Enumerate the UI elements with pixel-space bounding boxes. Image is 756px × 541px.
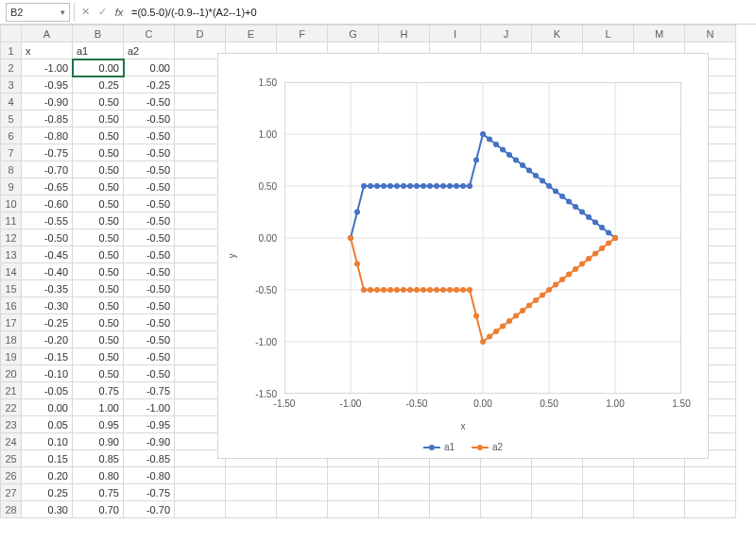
col-header-J[interactable]: J <box>481 25 532 42</box>
cell[interactable] <box>277 484 328 501</box>
cell[interactable]: -1.00 <box>124 399 175 416</box>
cell[interactable]: 0.50 <box>73 263 124 280</box>
cell[interactable]: 0.50 <box>73 229 124 246</box>
cell[interactable]: 0.50 <box>73 178 124 195</box>
cell[interactable]: 0.50 <box>73 348 124 365</box>
cancel-icon[interactable]: ✕ <box>78 6 92 18</box>
cell[interactable] <box>481 484 532 501</box>
cell[interactable]: 0.50 <box>73 161 124 178</box>
cell[interactable]: -0.10 <box>22 365 73 382</box>
row-header[interactable]: 22 <box>1 399 22 416</box>
row-header[interactable]: 28 <box>1 501 22 518</box>
cell[interactable] <box>583 501 634 518</box>
cell[interactable]: -0.50 <box>124 348 175 365</box>
row-header[interactable]: 9 <box>1 178 22 195</box>
col-header-D[interactable]: D <box>175 25 226 42</box>
cell[interactable]: x <box>22 42 73 59</box>
col-header-F[interactable]: F <box>277 25 328 42</box>
row-header[interactable]: 3 <box>1 76 22 93</box>
cell[interactable] <box>634 501 685 518</box>
cell[interactable] <box>328 467 379 484</box>
cell[interactable]: -0.50 <box>124 110 175 127</box>
cell[interactable]: 0.50 <box>73 280 124 297</box>
cell[interactable]: -0.50 <box>124 246 175 263</box>
cell[interactable]: -0.75 <box>22 144 73 161</box>
cell[interactable]: a2 <box>124 42 175 59</box>
cell[interactable]: -0.70 <box>22 161 73 178</box>
cell[interactable]: 0.00 <box>73 59 124 76</box>
cell[interactable] <box>430 484 481 501</box>
cell[interactable]: 0.50 <box>73 365 124 382</box>
cell[interactable]: -0.15 <box>22 348 73 365</box>
cell[interactable] <box>175 484 226 501</box>
row-header[interactable]: 10 <box>1 195 22 212</box>
cell[interactable]: -0.90 <box>124 433 175 450</box>
row-header[interactable]: 12 <box>1 229 22 246</box>
cell[interactable]: 1.00 <box>73 399 124 416</box>
cell[interactable]: 0.20 <box>22 467 73 484</box>
cell[interactable]: -0.50 <box>124 161 175 178</box>
cell[interactable]: 0.90 <box>73 433 124 450</box>
row-header[interactable]: 6 <box>1 127 22 144</box>
cell[interactable] <box>634 467 685 484</box>
cell[interactable]: -0.80 <box>124 467 175 484</box>
cell[interactable] <box>328 501 379 518</box>
cell[interactable]: 0.00 <box>124 59 175 76</box>
cell[interactable]: -0.80 <box>22 127 73 144</box>
cell[interactable]: -0.50 <box>124 297 175 314</box>
cell[interactable]: -0.50 <box>124 195 175 212</box>
row-header[interactable]: 13 <box>1 246 22 263</box>
cell[interactable]: 0.50 <box>73 110 124 127</box>
row-header[interactable]: 14 <box>1 263 22 280</box>
col-header-H[interactable]: H <box>379 25 430 42</box>
cell[interactable]: 0.50 <box>73 144 124 161</box>
cell[interactable]: -0.05 <box>22 382 73 399</box>
cell[interactable]: -0.30 <box>22 297 73 314</box>
cell[interactable]: 0.50 <box>73 331 124 348</box>
row-header[interactable]: 20 <box>1 365 22 382</box>
row-header[interactable]: 1 <box>1 42 22 59</box>
col-header-B[interactable]: B <box>73 25 124 42</box>
col-header-G[interactable]: G <box>328 25 379 42</box>
cell[interactable]: -0.45 <box>22 246 73 263</box>
row-header[interactable]: 7 <box>1 144 22 161</box>
cell[interactable]: -0.50 <box>124 263 175 280</box>
cell[interactable] <box>175 501 226 518</box>
cell[interactable]: -0.85 <box>124 450 175 467</box>
cell[interactable] <box>532 484 583 501</box>
legend-item[interactable]: a1 <box>423 442 455 452</box>
cell[interactable]: -0.75 <box>124 382 175 399</box>
cell[interactable]: 0.25 <box>22 484 73 501</box>
cell[interactable]: -0.50 <box>124 331 175 348</box>
cell[interactable]: 0.00 <box>22 399 73 416</box>
cell[interactable]: 0.25 <box>73 76 124 93</box>
cell[interactable] <box>583 467 634 484</box>
cell[interactable]: 0.50 <box>73 93 124 110</box>
cell[interactable]: -0.90 <box>22 93 73 110</box>
row-header[interactable]: 5 <box>1 110 22 127</box>
cell[interactable]: 0.70 <box>73 501 124 518</box>
cell[interactable] <box>226 501 277 518</box>
cell[interactable]: -0.50 <box>22 229 73 246</box>
row-header[interactable]: 15 <box>1 280 22 297</box>
check-icon[interactable]: ✓ <box>95 6 109 18</box>
cell[interactable] <box>430 501 481 518</box>
col-header-N[interactable]: N <box>685 25 736 42</box>
col-header-L[interactable]: L <box>583 25 634 42</box>
cell[interactable] <box>277 501 328 518</box>
cell[interactable]: 0.15 <box>22 450 73 467</box>
cell[interactable] <box>175 467 226 484</box>
cell[interactable]: -0.50 <box>124 212 175 229</box>
cell[interactable]: 0.75 <box>73 382 124 399</box>
row-header[interactable]: 2 <box>1 59 22 76</box>
cell[interactable]: -0.20 <box>22 331 73 348</box>
cell[interactable]: -0.95 <box>124 416 175 433</box>
cell[interactable] <box>634 484 685 501</box>
cell[interactable]: -0.50 <box>124 229 175 246</box>
legend-item[interactable]: a2 <box>472 442 503 452</box>
row-header[interactable]: 24 <box>1 433 22 450</box>
cell[interactable] <box>481 501 532 518</box>
cell[interactable]: 0.50 <box>73 297 124 314</box>
cell[interactable]: 0.50 <box>73 314 124 331</box>
row-header[interactable]: 11 <box>1 212 22 229</box>
